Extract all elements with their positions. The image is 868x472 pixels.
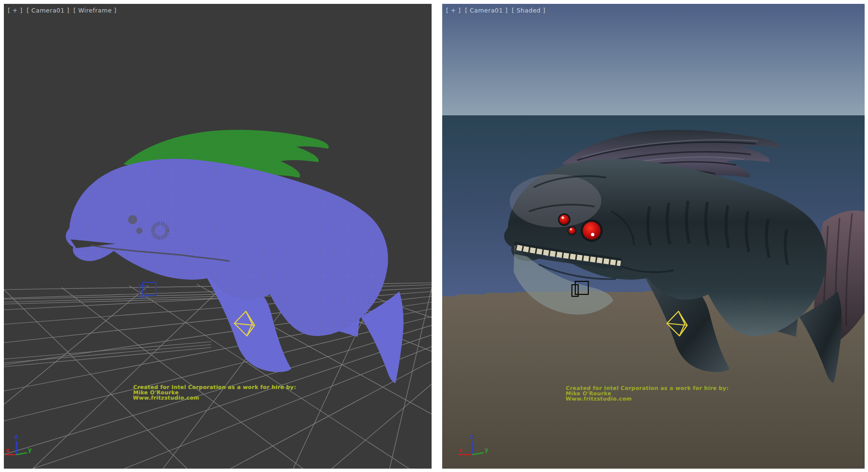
axis-x-label: x: [459, 447, 462, 454]
viewport-shaded[interactable]: [ + ] [ Camera01 ] [ Shaded ]: [442, 4, 865, 469]
axis-z-label: z: [470, 433, 474, 440]
world-axis-gizmo: x z y: [456, 432, 509, 462]
axis-y-label: y: [485, 446, 488, 453]
helper-box-wireframe[interactable]: [139, 282, 156, 297]
axis-y-label: y: [28, 446, 32, 453]
watermark-line-3: Www.fritzstudio.com: [133, 395, 296, 401]
viewport-menu-general[interactable]: [ + ]: [8, 7, 23, 14]
head-sheen: [510, 174, 601, 227]
viewport-label-shaded: [ + ] [ Camera01 ] [ Shaded ]: [446, 7, 547, 14]
axis-x-label: x: [6, 447, 10, 454]
viewport-menu-general[interactable]: [ + ]: [446, 7, 461, 14]
creature-eye-tiny-wireframe: [136, 228, 143, 234]
world-axis-gizmo: x z y: [5, 432, 58, 462]
creature-eye-small-wireframe: [128, 215, 137, 224]
viewport-menu-camera[interactable]: [ Camera01 ]: [465, 7, 508, 14]
watermark-credit: Created for Intel Corporation as a work …: [565, 386, 729, 402]
axis-z-label: z: [14, 433, 18, 440]
viewport-menu-shading[interactable]: [ Wireframe ]: [73, 7, 116, 14]
sky-background: [442, 4, 865, 115]
watermark-credit: Created for Intel Corporation as a work …: [133, 385, 296, 401]
viewport-menu-camera[interactable]: [ Camera01 ]: [27, 7, 69, 14]
watermark-line-3: Www.fritzstudio.com: [565, 396, 728, 402]
viewport-menu-shading[interactable]: [ Shaded ]: [512, 7, 545, 14]
viewport-label-wireframe: [ + ] [ Camera01 ] [ Wireframe ]: [8, 7, 119, 14]
screenshot-stage: [ + ] [ Camera01 ] [ Wireframe ]: [0, 0, 868, 472]
viewport-wireframe[interactable]: [ + ] [ Camera01 ] [ Wireframe ]: [4, 4, 432, 469]
